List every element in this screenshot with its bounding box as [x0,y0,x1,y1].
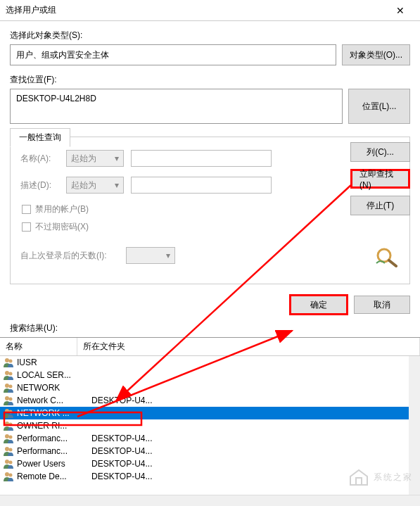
close-button[interactable]: ✕ [386,1,414,20]
location-field: DESKTOP-U4L2H8D [10,89,343,124]
svg-point-6 [5,384,9,388]
svg-point-10 [5,409,9,413]
desc-input[interactable] [131,177,272,194]
tab-common-queries[interactable]: 一般性查询 [10,128,70,147]
table-row[interactable]: OWNER RI... [0,419,409,432]
search-decorative-icon [375,246,400,270]
disabled-accounts-label: 禁用的帐户(B) [35,203,89,215]
svg-point-8 [5,396,9,400]
desc-condition-combo[interactable]: 起始为 ▾ [66,177,124,194]
object-type-field: 用户、组或内置安全主体 [10,44,336,65]
svg-point-7 [9,385,13,388]
svg-point-19 [9,461,13,464]
user-group-icon [3,471,14,482]
name-condition-combo[interactable]: 起始为 ▾ [66,150,124,167]
search-results-label: 搜索结果(U): [0,320,420,337]
row-folder: DESKTOP-U4... [91,434,409,443]
svg-line-1 [389,260,396,266]
svg-rect-26 [356,478,362,485]
row-folder: DESKTOP-U4... [91,459,409,469]
row-folder: DESKTOP-U4... [91,396,409,405]
svg-point-13 [9,423,13,426]
watermark: 系统之家 [348,468,413,486]
svg-point-14 [5,434,9,438]
column-folder[interactable]: 所在文件夹 [77,338,420,355]
columns-button[interactable]: 列(C)... [350,142,410,162]
object-type-label: 选择此对象类型(S): [10,30,410,42]
row-name: LOCAL SER... [17,370,89,380]
svg-point-4 [5,371,9,375]
user-group-icon [3,458,14,469]
ok-button[interactable]: 确定 [291,296,347,314]
user-group-icon [3,433,14,444]
svg-point-11 [9,410,13,414]
results-header: 名称 所在文件夹 [0,337,420,356]
user-group-icon [3,357,14,368]
window-title: 选择用户或组 [6,4,386,16]
row-name: IUSR [17,358,89,367]
disabled-accounts-checkbox[interactable] [22,205,31,214]
svg-point-9 [9,398,13,401]
svg-point-17 [9,448,13,452]
user-group-icon [3,420,14,431]
user-group-icon [3,395,14,406]
table-row[interactable]: Performanc...DESKTOP-U4... [0,432,409,445]
user-group-icon [3,369,14,381]
user-group-icon [3,382,14,393]
svg-point-18 [5,460,9,464]
location-label: 查找位置(F): [10,74,410,86]
svg-point-16 [5,447,9,451]
object-types-button[interactable]: 对象类型(O)... [342,44,410,65]
row-name: NETWORK ... [17,408,89,418]
row-name: NETWORK [17,383,89,393]
name-label: 名称(A): [20,153,59,165]
table-row[interactable]: NETWORK ... [0,407,409,419]
user-group-icon [3,407,14,419]
days-combo[interactable]: ▾ [126,247,175,264]
locations-button[interactable]: 位置(L)... [348,89,410,124]
column-name[interactable]: 名称 [0,338,77,355]
chevron-down-icon: ▾ [115,180,119,190]
user-group-icon [3,445,14,457]
row-folder: DESKTOP-U4... [91,446,409,456]
svg-point-15 [9,436,13,439]
row-name: OWNER RI... [17,421,89,431]
name-input[interactable] [131,150,272,167]
chevron-down-icon: ▾ [115,153,119,163]
row-name: Performanc... [17,434,89,443]
svg-point-2 [5,358,9,362]
row-name: Remote De... [17,472,89,481]
days-since-logon-label: 自上次登录后的天数(I): [20,250,119,262]
titlebar: 选择用户或组 ✕ [0,0,420,21]
svg-point-20 [5,472,9,476]
svg-point-5 [9,372,13,376]
row-name: Network C... [17,396,89,405]
find-now-button[interactable]: 立即查找(N) [350,169,410,189]
non-expiring-checkbox[interactable] [22,222,31,232]
chevron-down-icon: ▾ [166,251,170,260]
non-expiring-label: 不过期密码(X) [35,221,89,233]
table-row[interactable]: Power UsersDESKTOP-U4... [0,457,409,470]
horizontal-scrollbar[interactable] [0,495,420,506]
table-row[interactable]: IUSR [0,356,409,369]
table-row[interactable]: LOCAL SER... [0,369,409,381]
svg-point-12 [5,422,9,426]
stop-button[interactable]: 停止(T) [350,196,410,215]
svg-point-21 [9,474,13,477]
cancel-button[interactable]: 取消 [354,296,410,314]
row-name: Performanc... [17,446,89,456]
row-name: Power Users [17,459,89,469]
table-row[interactable]: Remote De...DESKTOP-U4... [0,470,409,483]
svg-point-3 [9,360,13,363]
desc-label: 描述(D): [20,179,59,191]
table-row[interactable]: Network C...DESKTOP-U4... [0,394,409,407]
table-row[interactable]: Performanc...DESKTOP-U4... [0,445,409,457]
table-row[interactable]: NETWORK [0,381,409,394]
